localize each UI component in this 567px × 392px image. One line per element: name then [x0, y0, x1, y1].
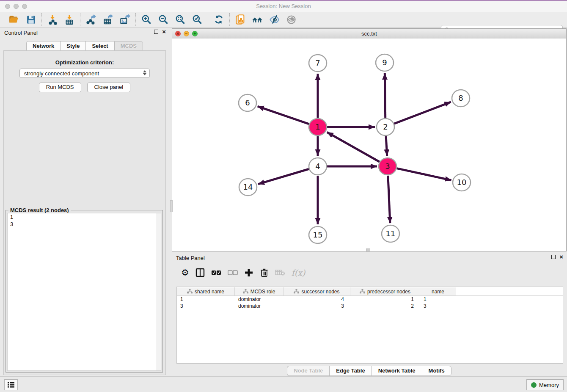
window-title: Session: New Session: [0, 3, 567, 9]
tab-network-table[interactable]: Network Table: [372, 366, 422, 376]
network-window-titlebar[interactable]: ✕ − + scc.txt: [172, 29, 566, 39]
column-header-predecessor-nodes[interactable]: predecessor nodes: [350, 287, 420, 295]
export-table-icon[interactable]: [102, 14, 114, 25]
table-cell[interactable]: 1: [420, 296, 456, 303]
graph-svg[interactable]: 7968124314101511: [172, 39, 566, 251]
result-item[interactable]: 1: [8, 213, 161, 221]
hide-selected-icon[interactable]: [268, 14, 280, 25]
gear-icon[interactable]: ⚙: [181, 267, 189, 278]
graph-edge-3-10[interactable]: [396, 168, 451, 180]
optimization-criterion-dropdown[interactable]: strongly connected component: [19, 69, 150, 78]
vertical-splitter-handle[interactable]: [170, 200, 173, 212]
column-type-icon: [187, 289, 193, 294]
delete-column-icon: [275, 267, 285, 278]
column-header-successor-nodes[interactable]: successor nodes: [284, 287, 350, 295]
table-cell[interactable]: dominator: [235, 296, 284, 303]
column-header-name[interactable]: name: [420, 287, 456, 295]
refresh-view-icon[interactable]: [213, 14, 225, 25]
table-cell[interactable]: 1: [177, 296, 235, 303]
open-session-icon[interactable]: [8, 14, 20, 25]
close-panel-icon[interactable]: ×: [559, 254, 563, 259]
control-panel-header: Control Panel ×: [0, 28, 169, 38]
graph-edge-3-1[interactable]: [327, 132, 380, 162]
tab-node-table[interactable]: Node Table: [287, 366, 329, 376]
tab-mcds[interactable]: MCDS: [114, 41, 143, 51]
column-label: name: [432, 289, 444, 295]
save-session-icon[interactable]: [25, 14, 37, 25]
import-table-icon[interactable]: [63, 14, 75, 25]
graph-edge-4-14[interactable]: [258, 169, 309, 184]
graph-edge-1-6[interactable]: [258, 106, 309, 124]
table-cell[interactable]: 2: [350, 303, 420, 309]
tab-network[interactable]: Network: [26, 41, 60, 51]
table-cell[interactable]: 3: [420, 303, 456, 309]
graph-node-label: 14: [243, 182, 253, 191]
zoom-in-icon[interactable]: [140, 14, 152, 25]
select-all-icon[interactable]: [211, 267, 221, 278]
table-cell[interactable]: dominator: [235, 303, 284, 309]
control-panel-title: Control Panel: [4, 30, 38, 36]
mcds-result-group: MCDS result (2 nodes) 13: [6, 210, 163, 373]
table-toolbar: ⚙ f(x): [172, 264, 567, 281]
table-cell[interactable]: 3: [177, 303, 235, 309]
table-header-row: shared nameMCDS rolesuccessor nodesprede…: [177, 287, 563, 296]
graph-edge-3-11[interactable]: [388, 176, 390, 223]
application-window: Session: New Session: [0, 0, 567, 392]
graph-edge-2-8[interactable]: [394, 102, 451, 124]
close-panel-button[interactable]: Close panel: [87, 83, 131, 92]
network-canvas[interactable]: 7968124314101511: [172, 39, 566, 251]
column-header-shared-name[interactable]: shared name: [177, 287, 235, 295]
table-cell[interactable]: 1: [350, 296, 420, 303]
export-image-icon[interactable]: [119, 14, 131, 25]
column-type-icon: [360, 289, 365, 294]
tab-motifs[interactable]: Motifs: [422, 366, 451, 376]
mcds-panel-body: Optimization criterion: strongly connect…: [3, 50, 166, 375]
float-panel-icon[interactable]: [154, 30, 158, 34]
graph-node-label: 11: [386, 229, 396, 238]
memory-label: Memory: [539, 382, 559, 388]
show-all-icon[interactable]: [285, 14, 297, 25]
export-network-icon[interactable]: [85, 14, 97, 25]
trash-icon[interactable]: [260, 267, 269, 278]
table-cell[interactable]: 4: [284, 296, 350, 303]
deselect-all-icon[interactable]: [228, 267, 238, 278]
zoom-out-icon[interactable]: [157, 14, 169, 25]
tab-style[interactable]: Style: [60, 41, 85, 51]
clone-network-icon[interactable]: [234, 14, 246, 25]
table-cell[interactable]: 3: [284, 303, 350, 309]
column-type-icon: [294, 289, 299, 294]
graph-node-label: 3: [385, 162, 390, 171]
close-panel-icon[interactable]: ×: [162, 29, 166, 34]
mcds-result-list[interactable]: 13: [7, 213, 161, 371]
task-history-button[interactable]: [4, 379, 18, 390]
column-view-icon[interactable]: [195, 267, 205, 278]
table-panel-header: Table Panel ×: [172, 253, 567, 263]
graph-edge-2-9[interactable]: [385, 73, 385, 118]
add-icon[interactable]: [244, 267, 253, 278]
main-toolbar: [0, 12, 567, 28]
table-row[interactable]: 3dominator323: [177, 303, 563, 309]
tab-edge-table[interactable]: Edge Table: [329, 366, 371, 376]
table-body: 1dominator4113dominator323: [177, 296, 563, 309]
zoom-selected-icon[interactable]: [191, 14, 203, 25]
tab-select[interactable]: Select: [85, 41, 114, 51]
run-mcds-button[interactable]: Run MCDS: [39, 83, 81, 92]
mcds-result-title: MCDS result (2 nodes): [8, 207, 71, 213]
table-tabs: Node TableEdge TableNetwork TableMotifs: [172, 366, 567, 376]
graph-node-label: 2: [383, 122, 388, 131]
column-header-MCDS-role[interactable]: MCDS role: [235, 287, 284, 295]
result-scrollbar[interactable]: [157, 213, 161, 370]
zoom-fit-icon[interactable]: [174, 14, 186, 25]
memory-button[interactable]: Memory: [526, 379, 564, 390]
graph-node-label: 7: [315, 58, 320, 67]
first-neighbors-icon[interactable]: [251, 14, 263, 25]
function-builder-icon: f(x): [292, 267, 306, 278]
import-network-icon[interactable]: [47, 14, 58, 25]
graph-node-label: 10: [457, 178, 467, 187]
float-panel-icon[interactable]: [551, 255, 556, 259]
graph-edge-2-3[interactable]: [386, 136, 387, 156]
splitter-handle[interactable]: [366, 248, 370, 252]
result-item[interactable]: 3: [8, 221, 161, 228]
table-row[interactable]: 1dominator411: [177, 296, 563, 303]
node-table: shared nameMCDS rolesuccessor nodesprede…: [176, 287, 563, 364]
